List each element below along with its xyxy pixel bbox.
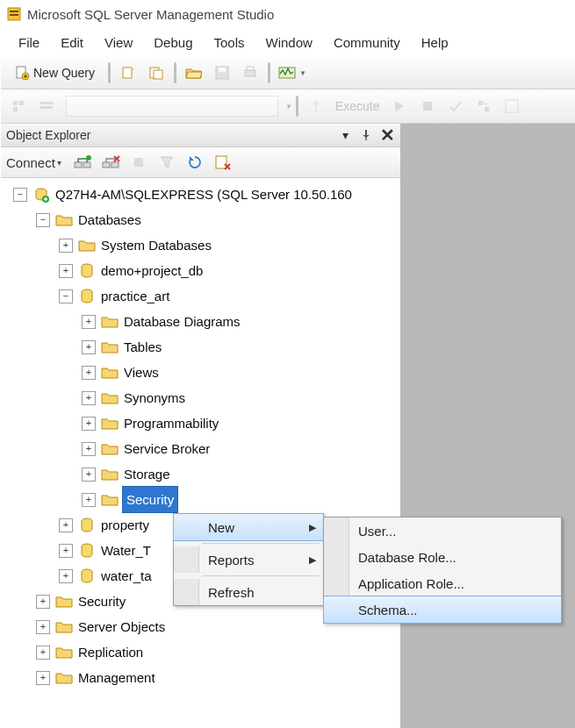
database-select[interactable] xyxy=(66,96,278,117)
svg-rect-5 xyxy=(123,68,132,78)
parse-button[interactable] xyxy=(445,95,466,118)
expand-icon[interactable]: + xyxy=(82,417,96,431)
context-item-refresh[interactable]: Refresh xyxy=(174,579,323,605)
expand-icon[interactable]: + xyxy=(36,620,50,634)
submenu-item-application-role[interactable]: Application Role... xyxy=(324,570,561,596)
context-label: Refresh xyxy=(208,585,255,600)
tree-label: Programmability xyxy=(122,410,220,436)
tree-node-server[interactable]: −Q27H4-AM\SQLEXPRESS (SQL Server 10.50.1… xyxy=(4,182,400,207)
pin-icon[interactable] xyxy=(358,127,374,143)
separator xyxy=(268,62,270,83)
expand-icon[interactable]: + xyxy=(82,442,96,456)
submenu-item-schema[interactable]: Schema... xyxy=(323,596,562,624)
tree-label: Server Objects xyxy=(76,614,167,639)
tree-node-synonyms[interactable]: +Synonyms xyxy=(4,385,400,410)
tree-label: Synonyms xyxy=(122,385,187,410)
tree-node-security[interactable]: +Security xyxy=(4,487,400,512)
context-item-reports[interactable]: Reports▶ xyxy=(174,546,323,573)
collapse-icon[interactable]: − xyxy=(59,289,73,303)
submenu-item-user[interactable]: User... xyxy=(324,517,561,544)
tree-label: demo+project_db xyxy=(99,258,205,283)
tree-node-replication[interactable]: +Replication xyxy=(4,639,400,665)
menu-window[interactable]: Window xyxy=(255,32,323,54)
tree-label: Databases xyxy=(76,207,143,232)
expand-icon[interactable]: + xyxy=(82,467,96,482)
expand-icon[interactable]: + xyxy=(82,340,96,354)
expand-icon[interactable]: + xyxy=(82,391,96,405)
context-item-new[interactable]: New▶ xyxy=(173,513,324,541)
expand-icon[interactable]: + xyxy=(36,646,50,660)
collapse-icon[interactable]: − xyxy=(36,213,50,227)
script-icon[interactable] xyxy=(212,151,234,174)
tree-node-storage[interactable]: +Storage xyxy=(4,461,400,487)
menu-edit[interactable]: Edit xyxy=(50,32,94,54)
tree-node-views[interactable]: +Views xyxy=(4,360,400,385)
sql-btn-1[interactable] xyxy=(8,95,29,118)
expand-icon[interactable]: + xyxy=(59,239,73,253)
tree-node-tables[interactable]: +Tables xyxy=(4,334,400,360)
tree-node-management[interactable]: +Management xyxy=(4,665,400,690)
expand-icon[interactable]: + xyxy=(82,315,96,329)
execute-button[interactable]: Execute xyxy=(330,99,385,113)
print-button[interactable] xyxy=(240,61,261,84)
menu-community[interactable]: Community xyxy=(323,32,411,54)
tree-node-databases[interactable]: −Databases xyxy=(4,207,400,232)
stop-icon[interactable] xyxy=(128,151,149,174)
tree-node-service-broker[interactable]: +Service Broker xyxy=(4,436,400,461)
tree-label: Storage xyxy=(122,461,172,487)
tree-label: Service Broker xyxy=(122,436,212,461)
tree-node-system-databases[interactable]: +System Databases xyxy=(4,232,400,258)
svg-rect-29 xyxy=(111,162,119,168)
menu-tools[interactable]: Tools xyxy=(203,32,255,54)
context-label: User... xyxy=(358,524,396,539)
collapse-icon[interactable]: − xyxy=(13,188,27,202)
app-title: Microsoft SQL Server Management Studio xyxy=(27,7,274,22)
expand-icon[interactable]: + xyxy=(82,493,96,507)
expand-icon[interactable]: + xyxy=(59,569,73,583)
expand-icon[interactable]: + xyxy=(59,518,73,532)
tree-node-practice-art[interactable]: −practice_art xyxy=(4,283,400,309)
menu-help[interactable]: Help xyxy=(411,32,459,54)
context-submenu-new: User... Database Role... Application Rol… xyxy=(323,517,562,624)
tree-node-demo-db[interactable]: +demo+project_db xyxy=(4,258,400,283)
tree-label: practice_art xyxy=(99,283,171,309)
tree-node-programmability[interactable]: +Programmability xyxy=(4,410,400,436)
disconnect-server-icon[interactable] xyxy=(100,151,121,174)
svg-point-27 xyxy=(86,155,91,161)
new-query-button[interactable]: New Query xyxy=(8,61,101,84)
activity-monitor-button[interactable]: ▼ xyxy=(277,61,307,84)
stop-button[interactable] xyxy=(417,95,438,118)
sql-btn-3[interactable] xyxy=(473,95,494,118)
sql-btn-2[interactable] xyxy=(36,95,57,118)
svg-rect-30 xyxy=(134,158,143,167)
folder-icon xyxy=(55,594,73,610)
content-area: Object Explorer ▾ ✕ Connect −Q27H4-AM\SQ… xyxy=(1,124,575,728)
toolbar-btn-2[interactable] xyxy=(146,61,167,84)
close-icon[interactable]: ✕ xyxy=(379,127,395,143)
submenu-item-database-role[interactable]: Database Role... xyxy=(324,544,561,570)
menu-file[interactable]: File xyxy=(8,32,50,54)
open-button[interactable] xyxy=(183,61,205,84)
connect-button[interactable]: Connect xyxy=(6,155,61,170)
filter-icon[interactable] xyxy=(156,151,177,174)
sql-btn-4[interactable] xyxy=(501,95,522,118)
connect-server-icon[interactable] xyxy=(72,151,93,174)
window-position-icon[interactable]: ▾ xyxy=(337,127,353,143)
expand-icon[interactable]: + xyxy=(59,544,73,558)
document-area xyxy=(402,124,575,728)
play-button[interactable] xyxy=(389,95,410,118)
menu-debug[interactable]: Debug xyxy=(143,32,203,54)
svg-rect-23 xyxy=(506,100,518,112)
expand-icon[interactable]: + xyxy=(59,264,73,278)
object-explorer-tree[interactable]: −Q27H4-AM\SQLEXPRESS (SQL Server 10.50.1… xyxy=(1,178,400,728)
expand-icon[interactable]: + xyxy=(36,671,50,685)
menu-view[interactable]: View xyxy=(94,32,143,54)
expand-icon[interactable]: + xyxy=(36,595,50,609)
toolbar-btn-1[interactable] xyxy=(118,61,139,84)
save-button[interactable] xyxy=(212,61,233,84)
svg-rect-16 xyxy=(40,102,53,104)
tree-node-diagrams[interactable]: +Database Diagrams xyxy=(4,309,400,334)
refresh-icon[interactable] xyxy=(184,151,205,174)
app-icon xyxy=(6,6,22,22)
expand-icon[interactable]: + xyxy=(82,366,96,380)
